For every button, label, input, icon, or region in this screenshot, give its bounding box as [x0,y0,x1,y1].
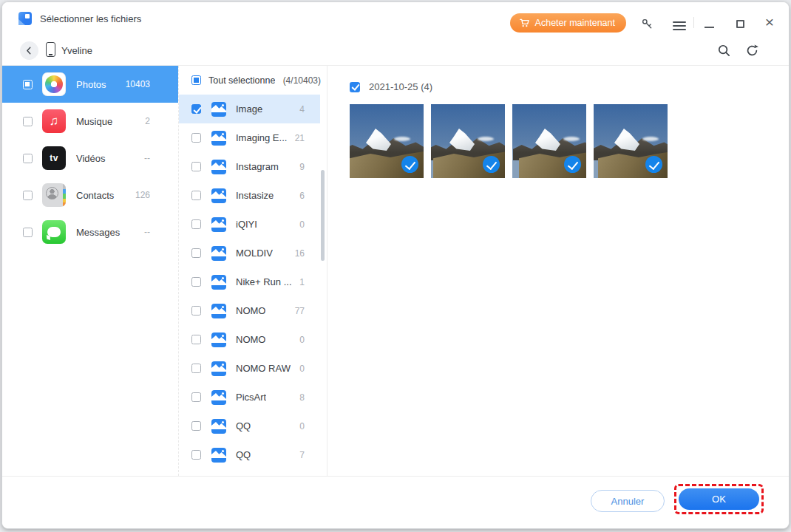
photo-gallery-panel: 2021-10-25 (4) [327,66,789,476]
album-icon [211,275,226,290]
album-checkbox[interactable] [191,364,201,373]
cart-icon [518,17,530,29]
app-window: Sélectionner les fichiers Acheter mainte… [1,1,790,529]
album-checkbox[interactable] [191,450,201,460]
album-checkbox[interactable] [191,162,201,171]
album-checkbox[interactable] [191,335,201,344]
refresh-icon[interactable] [745,44,759,58]
sidebar-item-music[interactable]: Musique 2 [2,103,178,140]
album-count: 0 [299,219,305,230]
sidebar-item-label: Vidéos [76,153,106,164]
sidebar-item-checkbox[interactable] [23,117,33,126]
album-list: Image 4 Imaging E... 21 Instagram 9 Inst… [179,95,327,476]
album-row[interactable]: Image 4 [179,95,320,123]
sidebar-item-checkbox[interactable] [23,228,33,237]
album-row[interactable]: NOMO 0 [179,325,320,354]
album-icon [211,304,226,318]
album-label: PicsArt [236,392,266,403]
album-row[interactable] [179,469,320,476]
photo-selected-badge[interactable] [645,156,662,173]
album-list-panel: Tout sélectionne (4/10403) Image 4 Imagi… [178,66,327,476]
titlebar-divider [693,17,694,28]
sidebar-item-photos[interactable]: Photos 10403 [2,66,178,103]
select-all-row[interactable]: Tout sélectionne (4/10403) [179,66,327,95]
album-checkbox[interactable] [191,219,201,229]
select-all-count: (4/10403) [283,75,321,86]
album-checkbox[interactable] [191,277,201,287]
album-row[interactable]: QQ 0 [179,412,320,440]
ok-button[interactable]: OK [679,488,759,510]
window-title: Sélectionner les fichiers [40,2,141,35]
album-checkbox[interactable] [191,191,201,200]
album-checkbox[interactable] [191,133,201,143]
album-icon [211,131,226,146]
photo-thumbnail[interactable] [512,104,586,178]
album-count: 0 [299,421,305,432]
photo-thumbnail[interactable] [431,104,505,178]
album-row[interactable]: MOLDIV 16 [179,239,320,267]
album-count: 0 [299,335,305,345]
album-row[interactable]: Imaging E... 21 [179,123,320,152]
search-icon[interactable] [717,44,731,58]
cancel-button[interactable]: Annuler [591,490,665,512]
videos-app-icon [42,146,66,170]
album-row[interactable]: Nike+ Run ... 1 [179,267,320,296]
sidebar-item-contacts[interactable]: Contacts 126 [2,177,178,214]
album-icon [211,217,226,232]
album-label: MOLDIV [236,248,273,259]
album-checkbox[interactable] [191,392,201,402]
album-checkbox[interactable] [191,306,201,316]
select-all-label: Tout sélectionne [208,75,275,86]
date-group-label: 2021-10-25 [369,81,418,92]
scrollbar-thumb[interactable] [321,170,325,261]
album-checkbox[interactable] [191,421,201,431]
album-icon [211,448,226,463]
album-icon [211,419,226,434]
buy-now-label: Acheter maintenant [535,18,615,28]
photo-selected-badge[interactable] [483,156,500,173]
select-all-checkbox[interactable] [191,75,201,85]
album-row[interactable]: PicsArt 8 [179,383,320,412]
album-checkbox[interactable] [191,104,201,114]
album-count: 0 [299,364,305,374]
titlebar: Sélectionner les fichiers Acheter mainte… [2,2,789,35]
sidebar-item-videos[interactable]: Vidéos -- [2,140,178,177]
album-row[interactable]: Instasize 6 [179,181,320,210]
album-label: Instasize [236,190,274,201]
maximize-button[interactable] [733,16,747,31]
photo-selected-badge[interactable] [564,156,581,173]
close-button[interactable]: × [762,15,777,30]
sidebar-item-checkbox[interactable] [23,80,33,89]
album-row[interactable]: Instagram 9 [179,152,320,181]
back-button[interactable] [20,41,38,60]
photo-selected-badge[interactable] [401,156,418,173]
hamburger-menu-icon[interactable] [672,18,687,33]
messages-app-icon [42,220,66,244]
device-name: Yveline [61,35,92,66]
sidebar-item-checkbox[interactable] [23,154,33,163]
album-icon [211,332,226,347]
register-key-icon[interactable] [639,16,654,31]
date-group-checkbox[interactable] [350,82,360,92]
album-row[interactable]: QQ 7 [179,440,320,469]
sidebar-item-count: 126 [135,190,150,200]
photo-thumbnail[interactable] [350,104,424,178]
date-group-row[interactable]: 2021-10-25 (4) [350,81,432,92]
sidebar-item-messages[interactable]: Messages -- [2,214,178,250]
album-label: Image [236,103,262,115]
album-count: 9 [299,162,305,172]
album-checkbox[interactable] [191,248,201,258]
album-icon [211,102,226,117]
album-row[interactable]: NOMO RAW 0 [179,354,320,383]
sidebar-item-checkbox[interactable] [23,191,33,200]
minimize-button[interactable] [702,16,716,31]
album-count: 21 [295,133,305,143]
album-icon [211,361,226,376]
album-label: QQ [236,449,251,460]
album-row[interactable]: iQIYI 0 [179,210,320,239]
album-count: 8 [299,392,305,403]
buy-now-button[interactable]: Acheter maintenant [510,13,626,33]
device-phone-icon [46,42,55,57]
photo-thumbnail[interactable] [594,104,668,178]
album-row[interactable]: NOMO 77 [179,296,320,325]
